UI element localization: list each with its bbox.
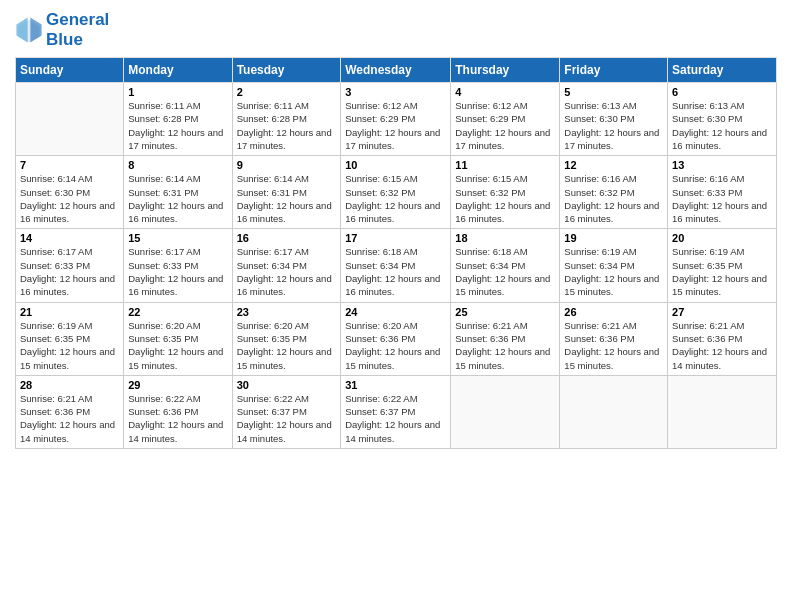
day-cell: [668, 375, 777, 448]
col-header-monday: Monday: [124, 58, 232, 83]
day-number: 7: [20, 159, 119, 171]
day-number: 24: [345, 306, 446, 318]
day-number: 17: [345, 232, 446, 244]
day-number: 8: [128, 159, 227, 171]
day-info: Sunrise: 6:20 AMSunset: 6:35 PMDaylight:…: [128, 319, 227, 372]
day-number: 22: [128, 306, 227, 318]
day-info: Sunrise: 6:21 AMSunset: 6:36 PMDaylight:…: [672, 319, 772, 372]
day-cell: 17Sunrise: 6:18 AMSunset: 6:34 PMDayligh…: [341, 229, 451, 302]
logo: General Blue: [15, 10, 109, 49]
day-cell: 12Sunrise: 6:16 AMSunset: 6:32 PMDayligh…: [560, 156, 668, 229]
day-info: Sunrise: 6:11 AMSunset: 6:28 PMDaylight:…: [128, 99, 227, 152]
svg-marker-2: [16, 17, 27, 42]
day-cell: 26Sunrise: 6:21 AMSunset: 6:36 PMDayligh…: [560, 302, 668, 375]
day-cell: 15Sunrise: 6:17 AMSunset: 6:33 PMDayligh…: [124, 229, 232, 302]
day-cell: 8Sunrise: 6:14 AMSunset: 6:31 PMDaylight…: [124, 156, 232, 229]
day-cell: 31Sunrise: 6:22 AMSunset: 6:37 PMDayligh…: [341, 375, 451, 448]
day-cell: [451, 375, 560, 448]
day-info: Sunrise: 6:22 AMSunset: 6:37 PMDaylight:…: [237, 392, 337, 445]
day-info: Sunrise: 6:14 AMSunset: 6:31 PMDaylight:…: [128, 172, 227, 225]
day-cell: 24Sunrise: 6:20 AMSunset: 6:36 PMDayligh…: [341, 302, 451, 375]
col-header-thursday: Thursday: [451, 58, 560, 83]
day-cell: 29Sunrise: 6:22 AMSunset: 6:36 PMDayligh…: [124, 375, 232, 448]
day-cell: 28Sunrise: 6:21 AMSunset: 6:36 PMDayligh…: [16, 375, 124, 448]
day-info: Sunrise: 6:14 AMSunset: 6:31 PMDaylight:…: [237, 172, 337, 225]
week-row-4: 21Sunrise: 6:19 AMSunset: 6:35 PMDayligh…: [16, 302, 777, 375]
day-info: Sunrise: 6:17 AMSunset: 6:33 PMDaylight:…: [128, 245, 227, 298]
col-header-sunday: Sunday: [16, 58, 124, 83]
day-cell: 13Sunrise: 6:16 AMSunset: 6:33 PMDayligh…: [668, 156, 777, 229]
day-number: 5: [564, 86, 663, 98]
day-info: Sunrise: 6:21 AMSunset: 6:36 PMDaylight:…: [564, 319, 663, 372]
day-cell: 14Sunrise: 6:17 AMSunset: 6:33 PMDayligh…: [16, 229, 124, 302]
day-cell: 21Sunrise: 6:19 AMSunset: 6:35 PMDayligh…: [16, 302, 124, 375]
day-number: 6: [672, 86, 772, 98]
day-cell: 10Sunrise: 6:15 AMSunset: 6:32 PMDayligh…: [341, 156, 451, 229]
logo-text: General Blue: [46, 10, 109, 49]
day-info: Sunrise: 6:19 AMSunset: 6:35 PMDaylight:…: [20, 319, 119, 372]
day-cell: 25Sunrise: 6:21 AMSunset: 6:36 PMDayligh…: [451, 302, 560, 375]
day-number: 3: [345, 86, 446, 98]
day-info: Sunrise: 6:11 AMSunset: 6:28 PMDaylight:…: [237, 99, 337, 152]
day-cell: 30Sunrise: 6:22 AMSunset: 6:37 PMDayligh…: [232, 375, 341, 448]
day-info: Sunrise: 6:19 AMSunset: 6:34 PMDaylight:…: [564, 245, 663, 298]
day-cell: 22Sunrise: 6:20 AMSunset: 6:35 PMDayligh…: [124, 302, 232, 375]
day-number: 16: [237, 232, 337, 244]
day-number: 21: [20, 306, 119, 318]
day-info: Sunrise: 6:12 AMSunset: 6:29 PMDaylight:…: [345, 99, 446, 152]
week-row-5: 28Sunrise: 6:21 AMSunset: 6:36 PMDayligh…: [16, 375, 777, 448]
day-number: 29: [128, 379, 227, 391]
day-info: Sunrise: 6:22 AMSunset: 6:37 PMDaylight:…: [345, 392, 446, 445]
day-cell: 16Sunrise: 6:17 AMSunset: 6:34 PMDayligh…: [232, 229, 341, 302]
day-number: 11: [455, 159, 555, 171]
day-cell: 23Sunrise: 6:20 AMSunset: 6:35 PMDayligh…: [232, 302, 341, 375]
day-number: 28: [20, 379, 119, 391]
day-number: 31: [345, 379, 446, 391]
day-info: Sunrise: 6:16 AMSunset: 6:32 PMDaylight:…: [564, 172, 663, 225]
day-number: 4: [455, 86, 555, 98]
day-cell: 27Sunrise: 6:21 AMSunset: 6:36 PMDayligh…: [668, 302, 777, 375]
day-cell: 3Sunrise: 6:12 AMSunset: 6:29 PMDaylight…: [341, 83, 451, 156]
day-info: Sunrise: 6:13 AMSunset: 6:30 PMDaylight:…: [672, 99, 772, 152]
day-info: Sunrise: 6:13 AMSunset: 6:30 PMDaylight:…: [564, 99, 663, 152]
header: General Blue: [15, 10, 777, 49]
week-row-1: 1Sunrise: 6:11 AMSunset: 6:28 PMDaylight…: [16, 83, 777, 156]
calendar-table: SundayMondayTuesdayWednesdayThursdayFrid…: [15, 57, 777, 449]
day-number: 26: [564, 306, 663, 318]
page-container: General Blue SundayMondayTuesdayWednesda…: [0, 0, 792, 459]
logo-icon: [15, 16, 43, 44]
day-cell: 4Sunrise: 6:12 AMSunset: 6:29 PMDaylight…: [451, 83, 560, 156]
day-cell: 20Sunrise: 6:19 AMSunset: 6:35 PMDayligh…: [668, 229, 777, 302]
day-number: 10: [345, 159, 446, 171]
day-info: Sunrise: 6:21 AMSunset: 6:36 PMDaylight:…: [455, 319, 555, 372]
day-cell: 7Sunrise: 6:14 AMSunset: 6:30 PMDaylight…: [16, 156, 124, 229]
day-cell: 2Sunrise: 6:11 AMSunset: 6:28 PMDaylight…: [232, 83, 341, 156]
day-number: 25: [455, 306, 555, 318]
day-number: 30: [237, 379, 337, 391]
day-number: 27: [672, 306, 772, 318]
col-header-friday: Friday: [560, 58, 668, 83]
day-number: 19: [564, 232, 663, 244]
day-cell: [16, 83, 124, 156]
day-info: Sunrise: 6:19 AMSunset: 6:35 PMDaylight:…: [672, 245, 772, 298]
day-cell: 5Sunrise: 6:13 AMSunset: 6:30 PMDaylight…: [560, 83, 668, 156]
day-number: 23: [237, 306, 337, 318]
day-number: 2: [237, 86, 337, 98]
day-info: Sunrise: 6:16 AMSunset: 6:33 PMDaylight:…: [672, 172, 772, 225]
day-info: Sunrise: 6:17 AMSunset: 6:33 PMDaylight:…: [20, 245, 119, 298]
day-info: Sunrise: 6:18 AMSunset: 6:34 PMDaylight:…: [345, 245, 446, 298]
day-number: 18: [455, 232, 555, 244]
day-info: Sunrise: 6:14 AMSunset: 6:30 PMDaylight:…: [20, 172, 119, 225]
day-info: Sunrise: 6:18 AMSunset: 6:34 PMDaylight:…: [455, 245, 555, 298]
day-cell: 6Sunrise: 6:13 AMSunset: 6:30 PMDaylight…: [668, 83, 777, 156]
day-number: 9: [237, 159, 337, 171]
day-info: Sunrise: 6:20 AMSunset: 6:36 PMDaylight:…: [345, 319, 446, 372]
week-row-3: 14Sunrise: 6:17 AMSunset: 6:33 PMDayligh…: [16, 229, 777, 302]
day-cell: 9Sunrise: 6:14 AMSunset: 6:31 PMDaylight…: [232, 156, 341, 229]
day-cell: [560, 375, 668, 448]
col-header-saturday: Saturday: [668, 58, 777, 83]
day-number: 1: [128, 86, 227, 98]
day-info: Sunrise: 6:15 AMSunset: 6:32 PMDaylight:…: [455, 172, 555, 225]
day-info: Sunrise: 6:12 AMSunset: 6:29 PMDaylight:…: [455, 99, 555, 152]
day-cell: 18Sunrise: 6:18 AMSunset: 6:34 PMDayligh…: [451, 229, 560, 302]
